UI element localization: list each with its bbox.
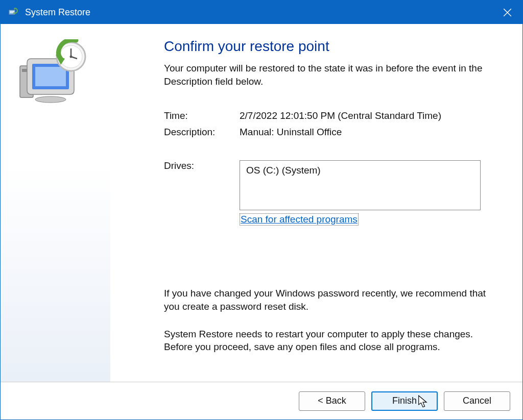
content-area: Confirm your restore point Your computer… <box>1 24 522 382</box>
drives-row: Drives: OS (C:) (System) <box>164 160 497 210</box>
system-restore-graphic <box>16 39 92 106</box>
drives-listbox[interactable]: OS (C:) (System) <box>240 160 481 210</box>
close-icon <box>503 8 512 17</box>
button-bar: < Back Finish Cancel <box>1 382 522 419</box>
svg-rect-8 <box>35 67 66 86</box>
page-heading: Confirm your restore point <box>164 38 497 55</box>
back-button[interactable]: < Back <box>299 391 365 411</box>
system-restore-icon <box>7 6 19 18</box>
page-subheading: Your computer will be restored to the st… <box>164 62 497 88</box>
time-label: Time: <box>164 110 240 121</box>
finish-button[interactable]: Finish <box>371 391 438 411</box>
time-value: 2/7/2022 12:01:50 PM (Central Standard T… <box>240 110 497 121</box>
titlebar: System Restore <box>1 1 522 24</box>
description-row: Description: Manual: Uninstall Office <box>164 127 497 138</box>
description-value: Manual: Uninstall Office <box>240 127 497 138</box>
side-panel <box>1 24 110 382</box>
scan-link-row: Scan for affected programs <box>240 213 497 226</box>
svg-point-9 <box>35 96 66 103</box>
description-label: Description: <box>164 127 240 138</box>
main-panel: Confirm your restore point Your computer… <box>110 24 522 382</box>
close-button[interactable] <box>492 1 522 24</box>
cancel-button[interactable]: Cancel <box>444 391 510 411</box>
time-row: Time: 2/7/2022 12:01:50 PM (Central Stan… <box>164 110 497 121</box>
password-note: If you have changed your Windows passwor… <box>164 287 497 313</box>
drive-item[interactable]: OS (C:) (System) <box>246 165 474 176</box>
svg-point-14 <box>70 56 73 58</box>
scan-affected-programs-link[interactable]: Scan for affected programs <box>240 213 359 226</box>
system-restore-window: System Restore <box>0 0 523 420</box>
restart-note: System Restore needs to restart your com… <box>164 328 497 354</box>
window-title: System Restore <box>25 7 492 18</box>
drives-label: Drives: <box>164 160 240 210</box>
